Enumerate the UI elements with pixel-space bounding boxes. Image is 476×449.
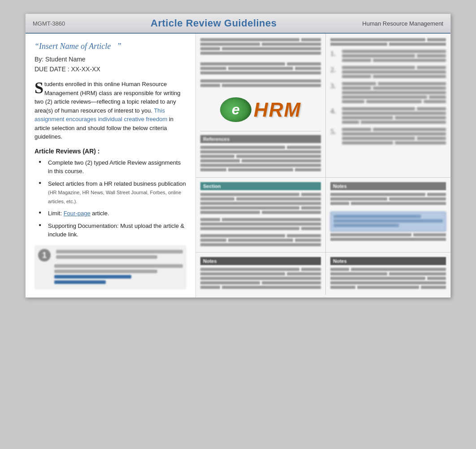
page-container: MGMT-3860 Article Review Guidelines Huma… xyxy=(25,13,451,298)
blurred-mid-right xyxy=(330,193,446,241)
bullet-list: Complete two (2) typed Article Review as… xyxy=(35,158,186,239)
bottom-left-section: 1 xyxy=(35,245,186,289)
middle-section: Section xyxy=(196,178,450,253)
bullet-3-before: Limit: xyxy=(48,210,64,217)
right-area: e HRM References xyxy=(196,34,450,297)
blurred-bottom-right xyxy=(330,268,446,289)
far-section-1: 1. xyxy=(330,50,446,63)
bottom-right-col: Notes xyxy=(326,253,450,295)
header-bar: MGMT-3860 Article Review Guidelines Huma… xyxy=(26,14,450,34)
bullet-item-4: Supporting Documentation: Must upload th… xyxy=(39,222,186,239)
bullet-2-small: (HR Magazine, HR News, Wall Street Journ… xyxy=(48,190,181,204)
article-title: “Insert Name of Article ” xyxy=(35,42,186,51)
course-code: MGMT-3860 xyxy=(33,20,65,27)
far-section-3: 3. xyxy=(330,82,446,105)
section-header-references: References xyxy=(200,135,321,143)
article-reviews-label: Article Reviews (AR) : xyxy=(35,148,186,155)
mid-left: Section xyxy=(196,178,326,252)
right-top: e HRM References xyxy=(196,34,450,178)
bottom-right: Notes Notes xyxy=(196,253,450,295)
blue-highlight-box xyxy=(330,212,446,231)
section-header-bottom-right: Notes xyxy=(330,257,446,265)
blurred-mid-left xyxy=(200,193,321,246)
bullet-2-text: Select articles from a HR related busine… xyxy=(48,180,186,187)
ehrm-logo: e HRM xyxy=(220,97,301,122)
far-section-5: 5. xyxy=(330,128,446,146)
mid-right: Notes xyxy=(326,178,450,252)
subject-label: Human Resource Management xyxy=(362,20,443,27)
by-line: By: Student Name xyxy=(35,56,186,63)
blurred-far-top: 1. 2. xyxy=(330,38,446,146)
bullet-1-text: Complete two (2) typed Article Review as… xyxy=(48,159,181,175)
far-section-2: 2. xyxy=(330,66,446,79)
logo-e-letter: e xyxy=(232,101,240,118)
blurred-middle-bottom: References xyxy=(200,135,321,171)
logo-e-circle: e xyxy=(220,97,251,122)
intro-paragraph: Students enrolled in this online Human R… xyxy=(35,80,186,141)
section-header-notes: Notes xyxy=(330,182,446,190)
right-middle-col: e HRM References xyxy=(196,34,326,177)
page-title: Article Review Guidelines xyxy=(151,17,277,29)
bullet-4-text: Supporting Documentation: Must upload th… xyxy=(48,222,184,238)
left-column: “Insert Name of Article ” By: Student Na… xyxy=(26,34,196,297)
right-far-col: 1. 2. xyxy=(326,34,450,177)
bullet-3-after: article. xyxy=(91,210,109,217)
logo-hrm-text: HRM xyxy=(254,99,301,121)
due-date: DUE DATE : XX-XX-XX xyxy=(35,65,186,73)
logo-area: e HRM xyxy=(200,88,321,131)
bullet-item-3: Limit: Four-page article. xyxy=(39,209,186,218)
far-section-4: 4. xyxy=(330,107,446,125)
blurred-middle-top xyxy=(200,38,321,87)
bottom-left-col: Notes xyxy=(196,253,326,295)
section-header-bottom-left: Notes xyxy=(200,257,321,265)
blurred-bottom-text: 1 xyxy=(38,249,183,284)
section-badge-1: 1 xyxy=(38,249,51,262)
bullet-item-2: Select articles from a HR related busine… xyxy=(39,179,186,206)
section-header-middle-left: Section xyxy=(200,182,321,190)
blurred-bottom-left xyxy=(200,268,321,289)
bullet-item-1: Complete two (2) typed Article Review as… xyxy=(39,158,186,176)
drop-cap-letter: S xyxy=(35,80,43,96)
four-page-link[interactable]: Four-page xyxy=(64,210,91,217)
main-content: “Insert Name of Article ” By: Student Na… xyxy=(26,34,450,297)
